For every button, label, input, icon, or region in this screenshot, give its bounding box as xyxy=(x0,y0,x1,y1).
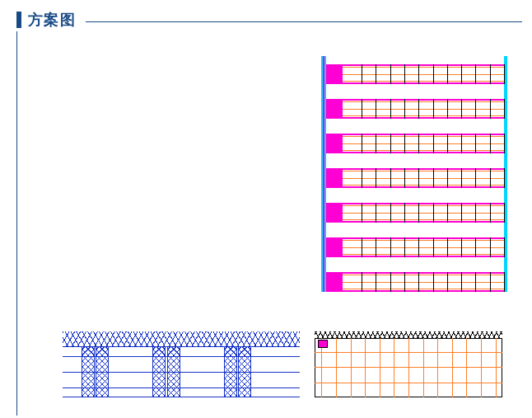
cross-section-drawing xyxy=(63,331,300,399)
longitudinal-section-drawing xyxy=(310,331,507,399)
lattice-tower-icon xyxy=(82,346,95,397)
lattice-tower-icon xyxy=(224,346,237,397)
lattice-tower-icon xyxy=(96,346,109,397)
rack-row xyxy=(326,272,504,292)
pallet-icon xyxy=(326,101,339,117)
lattice-tower-icon xyxy=(152,346,166,397)
pallet-icon xyxy=(326,66,339,82)
title-tick xyxy=(16,12,21,28)
pallet-icon xyxy=(326,170,339,186)
rack-row xyxy=(326,203,504,223)
equipment-icon xyxy=(318,340,328,348)
pallet-icon xyxy=(326,135,339,152)
accent-vertical-rule xyxy=(16,31,17,416)
pallet-icon xyxy=(326,204,339,221)
pallet-icon xyxy=(326,239,339,256)
rack-row xyxy=(326,134,504,153)
roof-truss-icon xyxy=(63,331,300,347)
rack-row xyxy=(326,168,504,188)
pallet-icon xyxy=(326,274,339,290)
rack-row xyxy=(326,99,504,119)
rack-row xyxy=(326,64,504,84)
rack-row xyxy=(326,237,504,257)
page-title: 方案图 xyxy=(28,10,76,30)
lattice-tower-icon xyxy=(238,346,251,397)
plan-view-drawing xyxy=(310,51,507,297)
lattice-tower-icon xyxy=(167,346,180,397)
drawing-frame xyxy=(16,31,522,416)
title-divider xyxy=(86,21,522,22)
